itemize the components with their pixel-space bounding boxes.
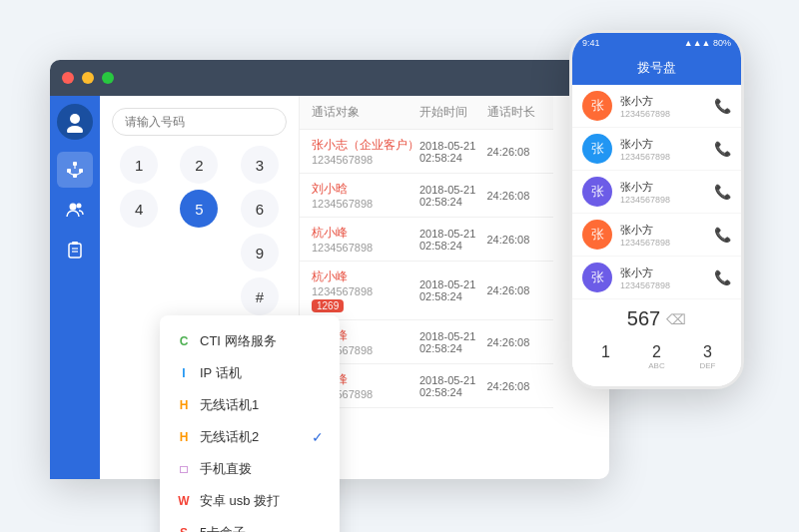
phone-key-2[interactable]: 2ABC xyxy=(633,338,680,375)
contact-number: 1234567898 xyxy=(620,152,706,162)
call-date: 2018-05-2102:58:24 xyxy=(419,140,487,164)
sidebar-icon-contacts[interactable] xyxy=(57,192,93,228)
phone-key-1[interactable]: 1 xyxy=(582,338,629,375)
dial-key-4[interactable]: 4 xyxy=(120,190,158,228)
minimize-dot[interactable] xyxy=(82,72,94,84)
backspace-icon[interactable]: ⌫ xyxy=(666,311,686,327)
table-row[interactable]: 刘小晗 1234567898 2018-05-2102:58:24 24:26:… xyxy=(300,174,553,218)
svg-rect-3 xyxy=(67,169,71,173)
svg-point-9 xyxy=(70,204,77,211)
table-row[interactable]: 杭小峰 1234567898 2018-05-2102:58:24 24:26:… xyxy=(300,218,553,262)
phone-key-5[interactable]: 5JKL xyxy=(633,379,680,389)
menu-item-usb-label: 安卓 usb 拨打 xyxy=(200,492,280,510)
table-row[interactable]: 张小志（企业客户） 1234567898 2018-05-2102:58:24 … xyxy=(300,130,553,174)
title-bar xyxy=(50,60,609,96)
col-duration: 通话时长 xyxy=(487,104,541,121)
caller-number: 1234567898 xyxy=(312,242,419,254)
caller-number: 1234567898 xyxy=(312,154,419,166)
caller-name: 张小志（企业客户） xyxy=(312,137,419,154)
desktop-app-window: 1 2 3 4 5 6 9 # C CTI 网 xyxy=(50,60,609,479)
dial-key-6[interactable]: 6 xyxy=(241,190,279,228)
phone-dialpad-grid: 1 2ABC 3DEF 4GHI 5JKL 6MNO 7PQRS 8TUV 9W… xyxy=(582,338,731,389)
phone-key-3[interactable]: 3DEF xyxy=(684,338,731,375)
svg-rect-2 xyxy=(73,162,77,166)
avatar[interactable] xyxy=(57,104,93,140)
caller-name: 杭小峰 xyxy=(312,268,419,285)
contact-row[interactable]: 张 张小方 1234567898 📞 xyxy=(572,171,741,214)
contact-name: 张小方 xyxy=(620,266,706,280)
dial-key-5[interactable]: 5 xyxy=(180,190,218,228)
badge-count: 1269 xyxy=(312,299,344,312)
svg-point-1 xyxy=(67,126,83,133)
content-area: 1 2 3 4 5 6 9 # C CTI 网 xyxy=(100,96,553,479)
dial-key-2[interactable]: 2 xyxy=(180,146,218,184)
contact-avatar: 张 xyxy=(582,134,612,164)
col-start: 开始时间 xyxy=(419,104,487,121)
svg-rect-4 xyxy=(79,169,83,173)
call-date: 2018-05-2102:58:24 xyxy=(419,228,487,252)
sidebar-icon-clipboard[interactable] xyxy=(57,232,93,267)
caller-name: 刘小晗 xyxy=(312,181,419,198)
menu-item-ip-label: IP 话机 xyxy=(200,364,242,382)
menu-item-wireless1[interactable]: H 无线话机1 xyxy=(160,389,340,421)
dial-input[interactable] xyxy=(112,108,287,136)
sidebar-icon-org[interactable] xyxy=(57,152,93,188)
caller-number: 1234567898 xyxy=(312,198,419,210)
call-icon[interactable]: 📞 xyxy=(714,184,731,200)
call-date: 2018-05-2102:58:24 xyxy=(419,330,487,354)
phone-dial-display: 567 ⌫ xyxy=(582,307,731,330)
dial-key-1[interactable]: 1 xyxy=(120,146,158,184)
call-duration: 24:26:08 xyxy=(487,380,541,392)
contact-avatar: 张 xyxy=(582,220,612,250)
menu-item-cti[interactable]: C CTI 网络服务 xyxy=(160,325,340,357)
menu-item-wireless2[interactable]: H 无线话机2 ✓ xyxy=(160,421,340,453)
checkmark-icon: ✓ xyxy=(312,429,324,445)
call-date: 2018-05-2102:58:24 xyxy=(419,374,487,398)
menu-item-wireless2-label: 无线话机2 xyxy=(200,428,259,446)
dial-key-3[interactable]: 3 xyxy=(241,146,279,184)
call-duration: 24:26:08 xyxy=(487,190,541,202)
contact-row[interactable]: 张 张小方 1234567898 📞 xyxy=(572,214,741,257)
phone-dialpad: 567 ⌫ 1 2ABC 3DEF 4GHI 5JKL 6MNO 7PQRS 8… xyxy=(572,299,741,389)
contact-avatar: 张 xyxy=(582,91,612,121)
menu-item-usb[interactable]: W 安卓 usb 拨打 xyxy=(160,485,340,517)
call-duration: 24:26:08 xyxy=(487,284,541,296)
maximize-dot[interactable] xyxy=(102,72,114,84)
contact-name: 张小方 xyxy=(620,137,706,152)
contact-row[interactable]: 张 张小方 1234567898 📞 xyxy=(572,128,741,171)
dial-key-9[interactable]: 9 xyxy=(241,234,279,271)
call-icon[interactable]: 📞 xyxy=(714,227,731,243)
svg-rect-11 xyxy=(69,244,81,258)
5card-icon: S xyxy=(176,525,192,532)
menu-item-mobile-label: 手机直拨 xyxy=(200,460,252,478)
phone-time: 9:41 xyxy=(582,38,600,48)
menu-item-mobile[interactable]: □ 手机直拨 xyxy=(160,453,340,485)
contact-avatar: 张 xyxy=(582,177,612,207)
phone-key-6[interactable]: 6MNO xyxy=(684,379,731,389)
device-menu: C CTI 网络服务 I IP 话机 H 无线话机1 H 无线话机2 ✓ xyxy=(160,315,340,532)
phone-dial-number: 567 xyxy=(627,307,660,330)
dial-key-hash[interactable]: # xyxy=(241,277,279,315)
caller-name: 杭小峰 xyxy=(312,225,419,242)
contact-row[interactable]: 张 张小方 1234567898 📞 xyxy=(572,85,741,128)
contact-number: 1234567898 xyxy=(620,280,706,290)
call-icon[interactable]: 📞 xyxy=(714,269,731,285)
col-contact: 通话对象 xyxy=(312,104,419,121)
menu-item-ip[interactable]: I IP 话机 xyxy=(160,357,340,389)
phone-title: 拨号盘 xyxy=(572,53,741,85)
svg-point-0 xyxy=(70,114,80,124)
contact-list: 张 张小方 1234567898 📞 张 张小方 1234567898 📞 张 … xyxy=(572,85,741,299)
call-icon[interactable]: 📞 xyxy=(714,98,731,114)
phone-key-4[interactable]: 4GHI xyxy=(582,379,629,389)
close-dot[interactable] xyxy=(62,72,74,84)
menu-item-5card[interactable]: S 5卡盒子 xyxy=(160,517,340,532)
phone-signal: ▲▲▲ 80% xyxy=(684,38,731,48)
contact-row[interactable]: 张 张小方 1234567898 📞 xyxy=(572,257,741,299)
call-duration: 24:26:08 xyxy=(487,234,541,246)
table-row[interactable]: 杭小峰 1234567898 1269 2018-05-2102:58:24 2… xyxy=(300,262,553,320)
wireless1-icon: H xyxy=(176,397,192,413)
call-icon[interactable]: 📞 xyxy=(714,141,731,157)
phone-status-bar: 9:41 ▲▲▲ 80% xyxy=(572,33,741,53)
call-date: 2018-05-2102:58:24 xyxy=(419,184,487,208)
menu-item-cti-label: CTI 网络服务 xyxy=(200,332,277,350)
